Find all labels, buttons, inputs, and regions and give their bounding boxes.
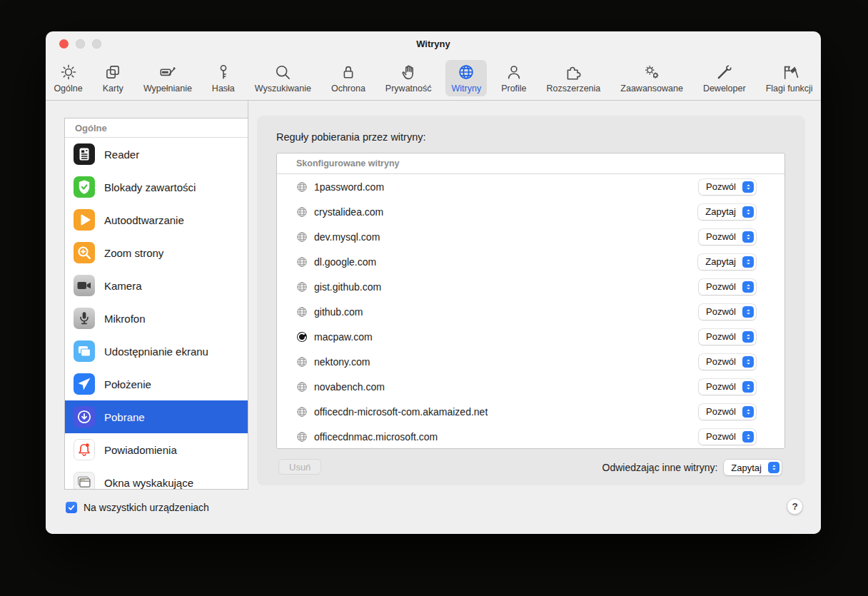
toolbar-tab-zaawansowane[interactable]: Zaawansowane [615, 60, 689, 96]
toolbar-tab-label: Wyszukiwanie [255, 84, 311, 94]
chevron-up-down-icon [742, 231, 754, 243]
table-row[interactable]: 1password.comPozwól [277, 174, 784, 199]
download-rule-select[interactable]: Pozwól [699, 229, 756, 245]
zoom-window-icon[interactable] [92, 39, 101, 49]
table-row[interactable]: officecdnmac.microsoft.comPozwól [277, 424, 784, 449]
screens-icon [74, 340, 95, 362]
tabs-icon [104, 63, 122, 82]
table-row[interactable]: novabench.comPozwól [277, 374, 784, 399]
sidebar-item-autoodtwarzanie[interactable]: Autoodtwarzanie [65, 203, 248, 236]
toolbar-tab-label: Ogólne [54, 84, 82, 94]
table-row[interactable]: crystalidea.comZapytaj [277, 199, 784, 224]
all-devices-checkbox[interactable] [66, 502, 77, 513]
download-rule-select[interactable]: Zapytaj [698, 254, 756, 270]
download-rule-value: Pozwól [706, 281, 742, 292]
remove-button[interactable]: Usuń [278, 459, 321, 475]
toolbar-tab-label: Wypełnianie [143, 84, 192, 94]
toolbar-tab-label: Karty [103, 84, 123, 94]
toolbar-tab-rozszerzenia[interactable]: Rozszerzenia [541, 60, 607, 96]
toolbar-tab-prywatnosc[interactable]: Prywatność [380, 60, 438, 96]
table-row[interactable]: gist.github.comPozwól [277, 274, 784, 299]
toolbar-tab-wypelnianie[interactable]: Wypełnianie [138, 60, 198, 96]
zoom-plus-icon [74, 242, 95, 263]
sidebar-item-powiadomienia[interactable]: Powiadomienia [65, 433, 248, 466]
traffic-lights [59, 39, 101, 49]
sidebar-item-label: Blokady zawartości [104, 181, 196, 193]
globe-favicon-icon [296, 431, 308, 443]
sidebar-item-okna-wyskakujace[interactable]: Okna wyskakujące [65, 466, 248, 490]
site-domain: crystalidea.com [314, 206, 383, 218]
chevron-up-down-icon [742, 306, 754, 318]
sidebar-item-label: Reader [104, 148, 139, 161]
table-row[interactable]: dl.google.comZapytaj [277, 249, 784, 274]
minimize-window-icon[interactable] [76, 39, 85, 49]
preferences-window: Witryny OgólneKartyWypełnianieHasłaWyszu… [46, 31, 821, 534]
toolbar-tab-label: Ochrona [331, 84, 365, 94]
download-rule-select[interactable]: Zapytaj [698, 204, 756, 220]
table-row[interactable]: nektony.comPozwól [277, 349, 784, 374]
toolbar-tab-wyszukiwanie[interactable]: Wyszukiwanie [249, 60, 317, 96]
toolbar-tab-karty[interactable]: Karty [97, 60, 129, 96]
download-circle-icon [74, 406, 95, 428]
table-body: 1password.comPozwólcrystalidea.comZapyta… [277, 174, 784, 449]
chevron-up-down-icon [742, 256, 754, 268]
download-rule-select[interactable]: Pozwól [699, 404, 756, 420]
globe-favicon-icon [296, 281, 308, 293]
sidebar-item-blokady-zawartosci[interactable]: Blokady zawartości [65, 171, 248, 203]
toolbar-tab-label: Hasła [212, 84, 235, 94]
download-rule-value: Zapytaj [705, 206, 742, 217]
globe-favicon-icon [296, 406, 308, 418]
toolbar-tab-hasla[interactable]: Hasła [206, 60, 241, 96]
download-rule-select[interactable]: Pozwól [699, 354, 756, 370]
download-rule-select[interactable]: Pozwól [699, 304, 756, 320]
sidebar-item-label: Powiadomienia [104, 444, 177, 456]
table-row[interactable]: github.comPozwól [277, 299, 784, 324]
table-row[interactable]: macpaw.comPozwól [277, 324, 784, 349]
chevron-up-down-icon [742, 431, 754, 443]
all-devices-row: Na wszystkich urządzeniach [66, 502, 209, 513]
sidebar-item-reader[interactable]: Reader [65, 138, 248, 171]
sidebar-item-udostepnianie-ekranu[interactable]: Udostępnianie ekranu [65, 335, 248, 368]
sidebar-list: ReaderBlokady zawartościAutoodtwarzanieZ… [65, 138, 248, 490]
sidebar-item-mikrofon[interactable]: Mikrofon [65, 302, 248, 335]
site-domain: officecdnmac.microsoft.com [314, 431, 438, 443]
toolbar-tab-witryny[interactable]: Witryny [445, 60, 487, 96]
key-icon [214, 63, 233, 82]
configured-sites-table: Skonfigurowane witryny 1password.comPozw… [276, 153, 785, 449]
download-rule-select[interactable]: Pozwól [699, 179, 756, 195]
macpaw-favicon-icon [296, 331, 308, 343]
table-row[interactable]: officecdn-microsoft-com.akamaized.netPoz… [277, 399, 784, 424]
sidebar-item-label: Położenie [104, 378, 151, 390]
toolbar-tab-profile[interactable]: Profile [495, 60, 532, 96]
download-rule-select[interactable]: Pozwól [699, 379, 756, 395]
download-rule-value: Pozwól [706, 181, 742, 192]
download-rule-value: Pozwól [706, 406, 742, 417]
sidebar-item-label: Mikrofon [104, 313, 146, 325]
sidebar-item-polozenie[interactable]: Położenie [65, 368, 248, 400]
toolbar-tab-label: Flagi funkcji [766, 84, 813, 94]
sidebar-item-pobrane[interactable]: Pobrane [65, 400, 248, 433]
close-window-icon[interactable] [59, 39, 69, 49]
sidebar-item-zoom-strony[interactable]: Zoom strony [65, 236, 248, 269]
toolbar-tab-label: Profile [501, 84, 526, 94]
toolbar-tab-deweloper[interactable]: Deweloper [697, 60, 752, 96]
download-rule-select[interactable]: Pozwól [699, 279, 756, 295]
toolbar-tab-ogolne[interactable]: Ogólne [48, 60, 88, 96]
download-rule-select[interactable]: Pozwól [699, 329, 756, 345]
table-row[interactable]: dev.mysql.comPozwól [277, 224, 784, 249]
chevron-up-down-icon [768, 462, 779, 473]
autofill-icon [158, 63, 177, 82]
download-rule-select[interactable]: Pozwól [699, 429, 756, 445]
site-domain: nektony.com [314, 356, 370, 368]
toolbar-tab-ochrona[interactable]: Ochrona [326, 60, 371, 96]
toolbar-tab-flagi-funkcji[interactable]: Flagi funkcji [760, 60, 819, 96]
other-sites-select[interactable]: Zapytaj [724, 460, 782, 475]
toolbar-tab-label: Zaawansowane [620, 84, 683, 94]
help-button[interactable]: ? [787, 498, 803, 515]
shield-check-icon [74, 176, 95, 198]
bell-icon [74, 439, 95, 460]
site-domain: gist.github.com [314, 281, 381, 293]
sidebar: Ogólne ReaderBlokady zawartościAutoodtwa… [64, 118, 248, 490]
sidebar-item-kamera[interactable]: Kamera [65, 269, 248, 302]
flags-icon [780, 63, 799, 82]
